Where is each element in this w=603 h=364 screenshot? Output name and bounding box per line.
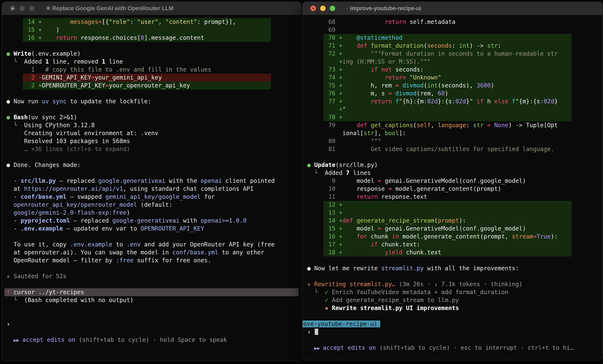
text-segment [367,122,371,129]
text-segment: "user" [137,18,158,25]
text-segment: model [343,177,378,184]
blank-line [2,42,301,50]
text-segment: 79 [307,122,343,129]
text-segment: .env.example [21,225,63,232]
text-segment: 71 [307,42,339,49]
blank-line [2,304,301,312]
blank-line [302,153,602,161]
text-segment: if [371,66,378,73]
text-segment: def [343,217,353,224]
text-segment: , [431,122,438,129]
text-segment: + [339,58,343,65]
text-segment: 18 [307,249,339,256]
text-segment: self.metadata [406,18,455,25]
text-segment: at openrouter.ai). You can swap the mode… [7,249,172,256]
text-segment: with [179,217,201,224]
assistant-message: ● Done. Changes made: [2,161,301,169]
assistant-message: openrouter_api_key/openrouter_model (def… [2,201,301,209]
text-segment: ): [551,233,558,240]
text-segment [491,122,494,129]
task-done: └ ✓ Enrich YouTubeVideo metadata + add f… [302,288,602,296]
status-bar: ▶▶ accept edits on (shift+tab to cycle) … [302,344,602,352]
text-segment: response [343,185,388,192]
text-segment: chunk.text: [378,241,420,248]
prompt-line[interactable]: › [2,320,301,328]
section-divider [302,336,602,344]
assistant-message: OpenRouter model — filter by :free suffi… [2,256,301,265]
terminal-output: 14 + messages=[{"role": "user", "content… [2,15,301,344]
blank-line [2,105,301,113]
text-segment: Now run [14,98,42,105]
diff-line-removed: 2 -GEMINI_API_KEY=your_gemini_api_key [2,74,301,82]
tool-call-bash: ● Bash(uv sync 2>&1) [2,113,301,121]
text-segment: ) [42,26,59,33]
zoom-button[interactable] [330,6,335,11]
text-segment: = [487,122,491,129]
text-segment: with all the improvements: [424,265,519,272]
text-segment [7,201,14,208]
text-segment: + [339,209,343,216]
diff-line-added: 71 + def format_duration(seconds: int) -… [302,42,602,50]
prompt-line[interactable]: › [302,328,602,336]
text-segment: , [158,18,165,25]
text-segment: Get video captions/subtitles for specifi… [343,146,554,153]
diff-line-added: 18 + yield chunk.text [302,249,602,256]
text-segment: + [339,74,343,81]
left-terminal-window: ✳ Replace Google GenAI with OpenRouter L… [2,2,301,361]
close-button[interactable] [311,6,316,11]
tool-result: Creating virtual environment at: .venv [2,129,301,137]
text-segment: ): [459,217,466,224]
text-segment: streamlit.py [381,265,424,272]
text-segment: seconds [427,42,452,49]
task-active: ▪ Rewrite streamlit.py UI improvements [302,304,602,312]
minimize-button[interactable] [20,6,25,11]
text-segment: :02d [540,98,554,105]
text-segment: ✓ [325,289,332,296]
diff-line-added: 78 + [302,113,602,121]
text-segment: ional[ [343,130,364,137]
zoom-button[interactable] [29,6,35,11]
text-segment: Rewrite streamlit.py UI improvements [332,305,459,311]
window-title: · improve-youtube-recipe-ui [347,5,421,12]
tool-call-update: ● Update(src/llm.py) [302,161,602,169]
text-segment: + [339,34,343,41]
text-segment: ) [491,82,494,89]
text-segment: 1 [45,58,49,65]
text-segment: # copy this file to .env and fill in the… [45,66,211,73]
text-segment: ▶▶ [314,345,323,351]
blank-line [2,169,301,177]
minimize-button[interactable] [320,6,325,11]
text-segment: , using standard chat completions API [123,185,254,192]
text-segment: language [438,122,466,129]
text-segment: get_captions [371,122,413,129]
text-segment: 9 [307,177,343,184]
text-segment: Done. Changes made: [14,162,81,168]
text-segment: 69 [307,26,336,33]
close-button[interactable] [10,6,15,11]
text-segment: └ [7,122,24,129]
text-segment: 14 [7,18,38,25]
text-segment: Enrich YouTubeVideo metadata + add forma… [332,289,508,296]
text-segment: 17 [307,241,339,248]
text-segment: 16 [307,233,339,240]
text-segment: · hold Space to speak [149,336,227,343]
text-segment: {s [445,98,452,105]
text-segment: {m [417,98,424,105]
right-window-titlebar[interactable]: · improve-youtube-recipe-ui [302,2,602,15]
text-segment: + [339,50,343,57]
diff-line-added: 70 + @staticmethod [302,34,602,42]
text-segment: + [38,82,42,89]
code-line-wrap: ional[str], bool]: [302,129,602,137]
left-window-titlebar[interactable]: ✳ Replace Google GenAI with OpenRouter L… [2,2,301,15]
text-segment: " [343,106,346,113]
desktop: ✳ Replace Google GenAI with OpenRouter L… [0,0,603,364]
text-segment: prompt [438,217,459,224]
text-segment: 15 [7,26,38,33]
text-segment: : [452,42,459,49]
text-segment: line [105,58,123,65]
text-segment: to any other [218,249,264,256]
text-segment: ▶▶ [14,337,23,343]
text-segment: ● [7,98,14,105]
text-segment: GEMINI_API_KEY [42,74,91,81]
text-segment: 80 [307,138,343,144]
